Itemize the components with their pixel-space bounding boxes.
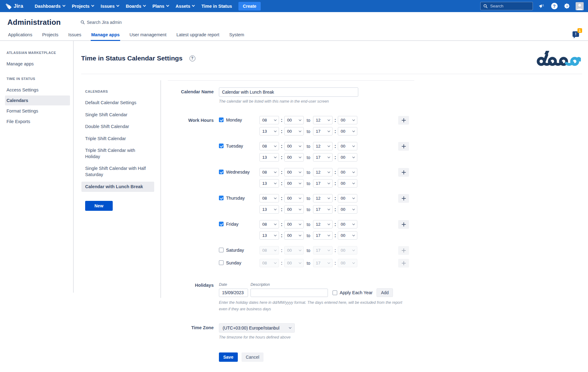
calendar-item-default-calendar-settings[interactable]: Default Calendar Settings bbox=[81, 98, 154, 108]
to-minute-select[interactable]: 00 bbox=[338, 127, 357, 135]
create-button[interactable]: Create bbox=[238, 2, 261, 11]
to-hour-select[interactable]: 12 bbox=[313, 220, 333, 228]
to-minute-select[interactable]: 00 bbox=[338, 259, 357, 267]
nav-item-boards[interactable]: Boards bbox=[122, 0, 149, 12]
from-minute-select[interactable]: 00 bbox=[284, 220, 304, 228]
to-hour-select[interactable]: 17 bbox=[313, 127, 333, 135]
to-hour-select[interactable]: 17 bbox=[313, 246, 333, 255]
from-minute-select[interactable]: 00 bbox=[284, 259, 304, 267]
timezone-select[interactable]: (UTC+03:00) Europe/Istanbul bbox=[219, 323, 295, 333]
from-minute-select[interactable]: 00 bbox=[284, 168, 304, 176]
new-calendar-button[interactable]: New bbox=[85, 201, 113, 211]
jira-brand[interactable]: Jira bbox=[5, 3, 23, 10]
nav-item-issues[interactable]: Issues bbox=[97, 0, 122, 12]
nav-item-plans[interactable]: Plans bbox=[149, 0, 172, 12]
from-hour-select[interactable]: 13 bbox=[259, 205, 279, 214]
save-button[interactable]: Save bbox=[219, 352, 238, 362]
admin-search-link[interactable]: Search Jira admin bbox=[81, 20, 122, 25]
tab-projects[interactable]: Projects bbox=[41, 30, 59, 41]
to-minute-select[interactable]: 00 bbox=[338, 246, 357, 255]
from-hour-select[interactable]: 13 bbox=[259, 179, 279, 188]
to-minute-select[interactable]: 00 bbox=[338, 153, 357, 162]
add-time-range-button-friday[interactable] bbox=[398, 220, 409, 229]
add-time-range-button-monday[interactable] bbox=[398, 116, 409, 125]
day-checkbox-tuesday[interactable] bbox=[219, 144, 224, 148]
day-checkbox-saturday[interactable] bbox=[219, 248, 224, 252]
to-minute-select[interactable]: 00 bbox=[338, 205, 357, 214]
from-hour-select[interactable]: 13 bbox=[259, 231, 279, 240]
day-checkbox-sunday[interactable] bbox=[219, 260, 224, 265]
to-minute-select[interactable]: 00 bbox=[338, 142, 357, 150]
nav-item-dashboards[interactable]: Dashboards bbox=[31, 0, 68, 12]
from-hour-select[interactable]: 08 bbox=[259, 168, 279, 176]
from-hour-select[interactable]: 13 bbox=[259, 127, 279, 135]
notification-flag[interactable]: 1 bbox=[571, 28, 583, 41]
to-minute-select[interactable]: 00 bbox=[338, 231, 357, 240]
from-minute-select[interactable]: 00 bbox=[284, 205, 304, 214]
avatar[interactable] bbox=[576, 2, 584, 10]
to-minute-select[interactable]: 00 bbox=[338, 116, 357, 124]
nav-search-input[interactable] bbox=[490, 4, 527, 8]
from-minute-select[interactable]: 00 bbox=[284, 194, 304, 202]
from-hour-select[interactable]: 08 bbox=[259, 142, 279, 150]
to-hour-select[interactable]: 17 bbox=[313, 259, 333, 267]
from-minute-select[interactable]: 00 bbox=[284, 179, 304, 188]
sidebar-item-format-settings[interactable]: Format Settings bbox=[5, 106, 70, 116]
tab-user-management[interactable]: User management bbox=[129, 30, 167, 41]
gear-icon[interactable] bbox=[563, 2, 571, 10]
sidebar-item-file-exports[interactable]: File Exports bbox=[5, 117, 70, 126]
from-minute-select[interactable]: 00 bbox=[284, 116, 304, 124]
calendar-item-single-shift-calendar-with-half-saturday[interactable]: Single Shift Calendar with Half Saturday bbox=[81, 163, 154, 180]
apply-each-year-checkbox[interactable] bbox=[333, 290, 337, 295]
to-hour-select[interactable]: 12 bbox=[313, 168, 333, 176]
to-hour-select[interactable]: 17 bbox=[313, 153, 333, 162]
nav-item-assets[interactable]: Assets bbox=[172, 0, 198, 12]
tab-system[interactable]: System bbox=[229, 30, 245, 41]
page-help-icon[interactable] bbox=[189, 55, 195, 61]
calendar-item-triple-shift-calendar[interactable]: Triple Shift Calendar bbox=[81, 134, 154, 144]
add-time-range-button-wednesday[interactable] bbox=[398, 168, 409, 177]
to-hour-select[interactable]: 17 bbox=[313, 205, 333, 214]
from-minute-select[interactable]: 00 bbox=[284, 142, 304, 150]
to-hour-select[interactable]: 17 bbox=[313, 179, 333, 188]
nav-item-time-in-status[interactable]: Time in Status bbox=[198, 0, 235, 12]
cancel-button[interactable]: Cancel bbox=[242, 352, 264, 362]
tab-latest-upgrade-report[interactable]: Latest upgrade report bbox=[176, 30, 220, 41]
sidebar-item-manage-apps[interactable]: Manage apps bbox=[5, 59, 70, 69]
from-minute-select[interactable]: 00 bbox=[284, 153, 304, 162]
to-hour-select[interactable]: 17 bbox=[313, 231, 333, 240]
to-minute-select[interactable]: 00 bbox=[338, 194, 357, 202]
nav-item-projects[interactable]: Projects bbox=[68, 0, 97, 12]
add-time-range-button-tuesday[interactable] bbox=[398, 142, 409, 151]
add-time-range-button-thursday[interactable] bbox=[398, 194, 409, 203]
nav-search-box[interactable] bbox=[480, 2, 533, 10]
holiday-date-input[interactable] bbox=[219, 289, 248, 297]
tab-manage-apps[interactable]: Manage apps bbox=[91, 30, 120, 41]
holiday-description-input[interactable] bbox=[250, 289, 328, 297]
calendar-item-calendar-with-lunch-break[interactable]: Calendar with Lunch Break bbox=[81, 182, 154, 192]
from-hour-select[interactable]: 13 bbox=[259, 153, 279, 162]
calendar-item-triple-shift-calendar-with-holiday[interactable]: Triple Shift Calendar with Holiday bbox=[81, 145, 154, 162]
from-hour-select[interactable]: 08 bbox=[259, 194, 279, 202]
to-hour-select[interactable]: 12 bbox=[313, 142, 333, 150]
from-minute-select[interactable]: 00 bbox=[284, 246, 304, 255]
megaphone-icon[interactable] bbox=[538, 2, 546, 10]
to-minute-select[interactable]: 00 bbox=[338, 179, 357, 188]
calendar-item-single-shift-calendar[interactable]: Single Shift Calendar bbox=[81, 110, 154, 120]
from-hour-select[interactable]: 08 bbox=[259, 246, 279, 255]
to-minute-select[interactable]: 00 bbox=[338, 168, 357, 176]
day-checkbox-wednesday[interactable] bbox=[219, 170, 224, 174]
calendar-name-input[interactable] bbox=[219, 87, 358, 97]
day-checkbox-friday[interactable] bbox=[219, 222, 224, 226]
tab-applications[interactable]: Applications bbox=[7, 30, 33, 41]
to-minute-select[interactable]: 00 bbox=[338, 220, 357, 228]
from-hour-select[interactable]: 08 bbox=[259, 116, 279, 124]
day-checkbox-thursday[interactable] bbox=[219, 196, 224, 200]
from-minute-select[interactable]: 00 bbox=[284, 127, 304, 135]
from-minute-select[interactable]: 00 bbox=[284, 231, 304, 240]
to-hour-select[interactable]: 12 bbox=[313, 194, 333, 202]
help-icon[interactable] bbox=[550, 2, 558, 10]
day-checkbox-monday[interactable] bbox=[219, 117, 224, 122]
sidebar-item-access-settings[interactable]: Access Settings bbox=[5, 85, 70, 95]
sidebar-item-calendars[interactable]: Calendars bbox=[5, 95, 70, 105]
